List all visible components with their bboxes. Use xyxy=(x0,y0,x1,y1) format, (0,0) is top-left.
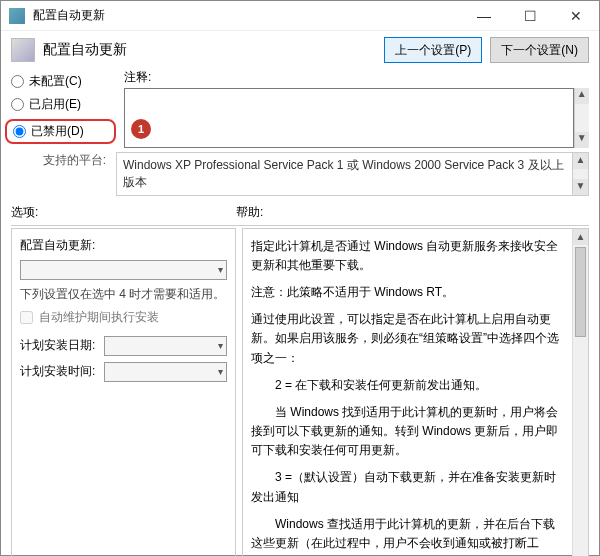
policy-title: 配置自动更新 xyxy=(43,41,376,59)
comment-textarea[interactable] xyxy=(124,88,574,148)
chevron-down-icon: ▾ xyxy=(218,264,223,275)
radio-enabled-input[interactable] xyxy=(11,98,24,111)
help-header: 帮助: xyxy=(236,202,589,223)
install-time-row: 计划安装时间: ▾ xyxy=(20,362,227,382)
help-paragraph: Windows 查找适用于此计算机的更新，并在后台下载这些更新（在此过程中，用户… xyxy=(251,515,566,556)
help-paragraph: 当 Windows 找到适用于此计算机的更新时，用户将会接到可以下载更新的通知。… xyxy=(251,403,566,461)
radio-disabled-label: 已禁用(D) xyxy=(31,123,84,140)
help-paragraph: 指定此计算机是否通过 Windows 自动更新服务来接收安全更新和其他重要下载。 xyxy=(251,237,566,275)
scroll-up-icon[interactable]: ▲ xyxy=(573,153,588,169)
scroll-up-icon[interactable]: ▲ xyxy=(573,229,588,245)
divider xyxy=(11,225,589,226)
options-header: 选项: xyxy=(11,202,236,223)
scroll-down-icon[interactable]: ▼ xyxy=(573,179,588,195)
window-controls: — ☐ ✕ xyxy=(461,1,599,31)
help-paragraph: 2 = 在下载和安装任何更新前发出通知。 xyxy=(251,376,566,395)
install-time-label: 计划安装时间: xyxy=(20,363,98,380)
maximize-button[interactable]: ☐ xyxy=(507,1,553,31)
state-radio-group: 未配置(C) 已启用(E) 已禁用(D) xyxy=(11,69,116,148)
radio-disabled-input[interactable] xyxy=(13,125,26,138)
config-update-dropdown[interactable]: ▾ xyxy=(20,260,227,280)
header-row: 配置自动更新 上一个设置(P) 下一个设置(N) xyxy=(1,31,599,65)
dialog-body: 未配置(C) 已启用(E) 已禁用(D) 注释: xyxy=(1,65,599,556)
next-setting-button[interactable]: 下一个设置(N) xyxy=(490,37,589,63)
close-button[interactable]: ✕ xyxy=(553,1,599,31)
maintenance-checkbox-row[interactable]: 自动维护期间执行安装 xyxy=(20,309,227,326)
install-date-label: 计划安装日期: xyxy=(20,337,98,354)
radio-disabled-highlight: 已禁用(D) xyxy=(5,119,116,144)
install-date-row: 计划安装日期: ▾ xyxy=(20,336,227,356)
policy-editor-window: 配置自动更新 — ☐ ✕ 配置自动更新 上一个设置(P) 下一个设置(N) 未配… xyxy=(0,0,600,556)
radio-disabled[interactable]: 已禁用(D) xyxy=(13,123,84,140)
help-paragraph: 3 =（默认设置）自动下载更新，并在准备安装更新时发出通知 xyxy=(251,468,566,506)
comment-label: 注释: xyxy=(124,69,589,86)
previous-setting-button[interactable]: 上一个设置(P) xyxy=(384,37,482,63)
minimize-button[interactable]: — xyxy=(461,1,507,31)
config-update-label: 配置自动更新: xyxy=(20,237,95,254)
help-scrollbar[interactable]: ▲ ▼ xyxy=(572,229,588,556)
annotation-badge-1: 1 xyxy=(131,119,151,139)
supported-scrollbar[interactable]: ▲ ▼ xyxy=(572,153,588,195)
config-update-dropdown-row: ▾ xyxy=(20,260,227,280)
state-and-comment-row: 未配置(C) 已启用(E) 已禁用(D) 注释: xyxy=(11,69,589,148)
install-time-dropdown[interactable]: ▾ xyxy=(104,362,227,382)
maintenance-checkbox-label: 自动维护期间执行安装 xyxy=(39,309,159,326)
options-panel: 配置自动更新: ▾ 下列设置仅在选中 4 时才需要和适用。 自动维护期间执行安装… xyxy=(11,228,236,556)
supported-text-value: Windows XP Professional Service Pack 1 或… xyxy=(123,158,564,189)
window-title: 配置自动更新 xyxy=(33,7,461,24)
titlebar: 配置自动更新 — ☐ ✕ xyxy=(1,1,599,31)
chevron-down-icon: ▾ xyxy=(218,366,223,377)
maintenance-checkbox[interactable] xyxy=(20,311,33,324)
columns-header: 选项: 帮助: xyxy=(11,202,589,223)
app-icon xyxy=(9,8,25,24)
options-note: 下列设置仅在选中 4 时才需要和适用。 xyxy=(20,286,227,303)
supported-text: Windows XP Professional Service Pack 1 或… xyxy=(116,152,589,196)
radio-not-configured-input[interactable] xyxy=(11,75,24,88)
chevron-down-icon: ▾ xyxy=(218,340,223,351)
help-paragraph: 注意：此策略不适用于 Windows RT。 xyxy=(251,283,566,302)
radio-enabled-label: 已启用(E) xyxy=(29,96,81,113)
radio-not-configured[interactable]: 未配置(C) xyxy=(11,73,116,90)
radio-enabled[interactable]: 已启用(E) xyxy=(11,96,116,113)
scroll-down-icon[interactable]: ▼ xyxy=(575,132,590,148)
help-paragraph: 通过使用此设置，可以指定是否在此计算机上启用自动更新。如果启用该服务，则必须在“… xyxy=(251,310,566,368)
radio-not-configured-label: 未配置(C) xyxy=(29,73,82,90)
help-panel: 指定此计算机是否通过 Windows 自动更新服务来接收安全更新和其他重要下载。… xyxy=(242,228,589,556)
comment-scrollbar[interactable]: ▲ ▼ xyxy=(574,88,590,148)
config-update-row: 配置自动更新: xyxy=(20,237,227,254)
supported-label: 支持的平台: xyxy=(11,152,108,196)
scroll-thumb[interactable] xyxy=(575,247,586,337)
policy-icon xyxy=(11,38,35,62)
install-date-dropdown[interactable]: ▾ xyxy=(104,336,227,356)
comment-column: 注释: ▲ ▼ xyxy=(124,69,589,148)
scroll-up-icon[interactable]: ▲ xyxy=(575,88,590,104)
supported-row: 支持的平台: Windows XP Professional Service P… xyxy=(11,152,589,196)
columns: 配置自动更新: ▾ 下列设置仅在选中 4 时才需要和适用。 自动维护期间执行安装… xyxy=(11,228,589,556)
